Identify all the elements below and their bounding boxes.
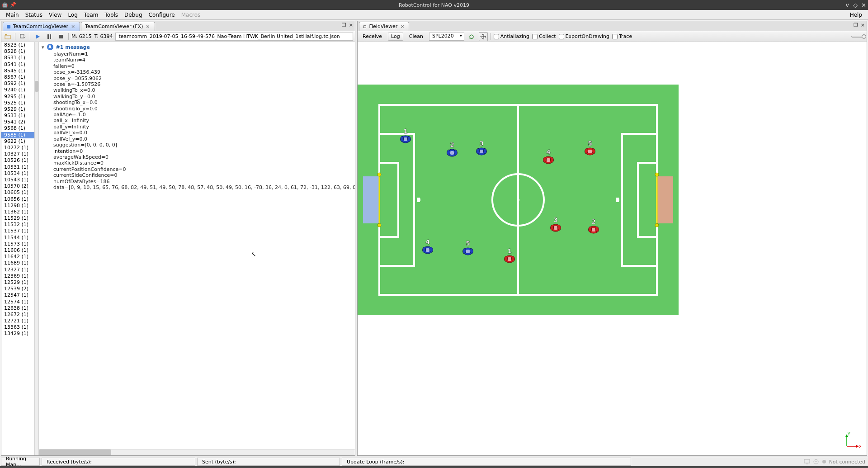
panel-close-icon[interactable]: × (861, 22, 865, 28)
svg-rect-62 (592, 228, 595, 232)
menu-view[interactable]: View (46, 11, 65, 19)
menu-debug[interactable]: Debug (121, 11, 145, 19)
svg-marker-3 (36, 34, 40, 39)
pause-button[interactable] (45, 32, 54, 41)
filename-field: teamcomm_2019-07-05_16-59-49-576_Nao-Tea… (115, 33, 353, 41)
log-list-item[interactable]: 11537 (1) (1, 228, 34, 234)
log-list-item[interactable]: 12547 (1) (1, 292, 34, 298)
log-list-item[interactable]: 12327 (1) (1, 267, 34, 273)
menu-main[interactable]: Main (3, 11, 22, 19)
h-scrollbar[interactable] (39, 449, 355, 455)
log-list-item[interactable]: 8567 (1) (1, 74, 34, 80)
log-list-item[interactable]: 11689 (1) (1, 260, 34, 266)
refresh-button[interactable] (467, 32, 476, 41)
log-list-item[interactable]: 12369 (1) (1, 273, 34, 279)
log-list-item[interactable]: 11642 (1) (1, 254, 34, 260)
log-list-item[interactable]: 11362 (1) (1, 209, 34, 215)
log-list-item[interactable]: 10570 (2) (1, 183, 34, 189)
log-list-item[interactable]: 10534 (1) (1, 170, 34, 177)
log-list-item[interactable]: 11606 (1) (1, 247, 34, 254)
menu-configure[interactable]: Configure (146, 11, 178, 19)
close-icon[interactable]: ✕ (861, 2, 866, 9)
menu-team[interactable]: Team (81, 11, 102, 19)
window-restore-icon[interactable]: ❐ (854, 22, 858, 28)
tab-teamcommviewerfx[interactable]: TeamCommViewer (FX) × (81, 22, 155, 31)
log-list-item[interactable]: 11529 (1) (1, 215, 34, 222)
scrollbar-thumb[interactable] (35, 81, 38, 92)
log-list-item[interactable]: 8531 (1) (1, 55, 34, 61)
close-icon[interactable]: × (71, 24, 75, 29)
log-list-item[interactable]: 8528 (1) (1, 48, 34, 55)
log-list-item[interactable]: 13429 (1) (1, 331, 34, 337)
log-list-item[interactable]: 12539 (2) (1, 286, 34, 292)
log-list[interactable]: 8523 (1)8528 (1)8531 (1)8541 (1)8545 (1)… (1, 42, 35, 455)
loglist-scrollbar[interactable] (35, 42, 39, 455)
log-list-item[interactable]: 9240 (1) (1, 87, 34, 93)
scrollbar-thumb[interactable] (39, 449, 111, 455)
maximize-icon[interactable]: ◇ (853, 2, 858, 9)
minimize-icon[interactable]: ∨ (845, 2, 850, 9)
log-list-item[interactable]: 9585 (1) (1, 132, 34, 138)
collect-checkbox[interactable]: Collect (532, 33, 556, 39)
log-list-item[interactable]: 10526 (1) (1, 157, 34, 164)
trace-checkbox[interactable]: Trace (612, 33, 632, 39)
list-options-button[interactable] (18, 32, 27, 41)
log-list-item[interactable]: 9529 (1) (1, 106, 34, 113)
tab-teamcommlogviewer[interactable]: TeamCommLogViewer × (3, 22, 80, 31)
log-list-item[interactable]: 10531 (1) (1, 164, 34, 170)
log-list-item[interactable]: 10272 (1) (1, 145, 34, 151)
log-list-item[interactable]: 9295 (1) (1, 94, 34, 100)
receive-button[interactable]: Receive (359, 33, 385, 41)
open-file-button[interactable] (3, 32, 12, 41)
message-tree-node[interactable]: ▾ A #1 message (42, 44, 354, 50)
log-list-item[interactable]: 11573 (1) (1, 241, 34, 247)
collapse-icon[interactable]: ▾ (42, 44, 44, 50)
play-button[interactable] (33, 32, 42, 41)
close-icon[interactable]: × (400, 24, 404, 29)
log-list-item[interactable]: 12529 (1) (1, 279, 34, 286)
log-list-item[interactable]: 9541 (2) (1, 119, 34, 125)
menu-log[interactable]: Log (65, 11, 80, 19)
log-list-item[interactable]: 9533 (1) (1, 113, 34, 119)
export-checkbox[interactable]: ExportOnDrawing (559, 33, 609, 39)
zoom-slider[interactable] (851, 36, 865, 38)
log-list-item[interactable]: 12672 (1) (1, 312, 34, 318)
menu-status[interactable]: Status (22, 11, 46, 19)
log-list-item[interactable]: 11532 (1) (1, 222, 34, 228)
slider-thumb[interactable] (862, 34, 866, 39)
log-button[interactable]: Log (388, 33, 403, 41)
log-list-item[interactable]: 11544 (1) (1, 235, 34, 241)
window-restore-icon[interactable]: ❐ (342, 22, 346, 28)
menu-help[interactable]: Help (847, 11, 865, 19)
move-tool-button[interactable] (479, 32, 488, 41)
log-list-item[interactable]: 12721 (1) (1, 318, 34, 324)
antialias-checkbox[interactable]: Antialiazing (494, 33, 529, 39)
log-list-item[interactable]: 9568 (1) (1, 125, 34, 132)
panel-close-icon[interactable]: × (349, 22, 353, 28)
log-list-item[interactable]: 13363 (1) (1, 324, 34, 331)
log-list-item[interactable]: 9525 (1) (1, 100, 34, 106)
menu-tools[interactable]: Tools (102, 11, 122, 19)
pin-icon[interactable]: 📌 (10, 2, 16, 8)
log-list-item[interactable]: 10656 (1) (1, 196, 34, 203)
clean-button[interactable]: Clean (406, 33, 426, 41)
log-list-item[interactable]: 9622 (1) (1, 138, 34, 145)
log-list-item[interactable]: 8541 (1) (1, 61, 34, 68)
close-icon[interactable]: × (146, 24, 150, 29)
log-list-item[interactable]: 10543 (1) (1, 177, 34, 183)
status-running[interactable]: Running Man... (1, 458, 40, 466)
log-list-item[interactable]: 11298 (1) (1, 203, 34, 209)
log-list-item[interactable]: 8523 (1) (1, 42, 34, 48)
field-preset-select[interactable]: SPL2020 (429, 33, 464, 41)
tab-fieldviewer[interactable]: ▫ FieldViewer × (359, 22, 409, 31)
log-list-item[interactable]: 12638 (1) (1, 305, 34, 312)
field-canvas[interactable]: 1234512345 X Y (358, 42, 867, 455)
status-received: Received (byte/s): (42, 458, 195, 466)
svg-rect-37 (450, 151, 454, 155)
log-list-item[interactable]: 8592 (1) (1, 80, 34, 87)
log-list-item[interactable]: 8545 (1) (1, 68, 34, 74)
stop-button[interactable] (57, 32, 66, 41)
log-list-item[interactable]: 10605 (1) (1, 189, 34, 196)
log-list-item[interactable]: 10327 (1) (1, 151, 34, 157)
log-list-item[interactable]: 12574 (1) (1, 299, 34, 305)
